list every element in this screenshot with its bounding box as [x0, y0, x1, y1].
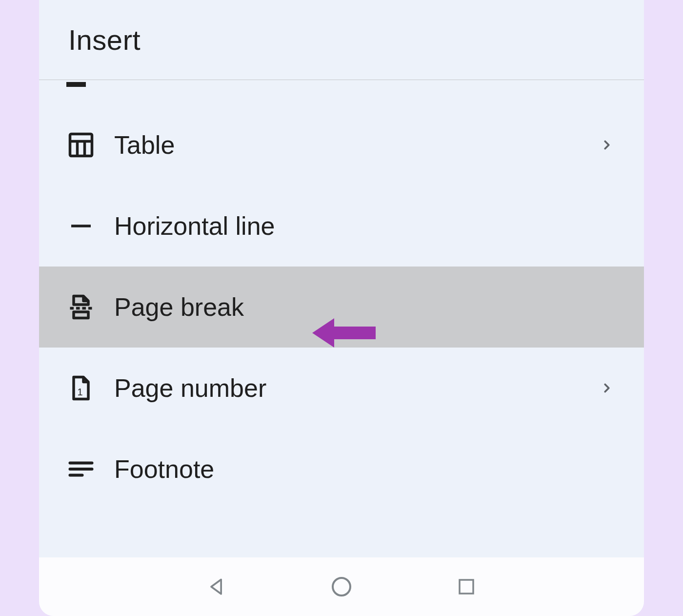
menu-item-label: Page break: [114, 292, 617, 322]
svg-point-16: [333, 578, 350, 595]
partial-icon: [66, 80, 98, 90]
svg-rect-0: [66, 82, 86, 87]
menu-title: Insert: [68, 23, 615, 56]
menu-item-label: Footnote: [114, 454, 617, 484]
menu-item-page-number[interactable]: 1 Page number: [39, 348, 644, 429]
page-number-icon: 1: [66, 373, 114, 403]
chevron-right-icon: [597, 377, 617, 399]
menu-item-footnote[interactable]: Footnote: [39, 429, 644, 510]
page-break-icon: [66, 292, 114, 322]
chevron-right-icon: [597, 134, 617, 156]
svg-text:1: 1: [78, 387, 83, 397]
nav-home-button[interactable]: [328, 573, 355, 600]
menu-item-horizontal-line[interactable]: Horizontal line: [39, 185, 644, 267]
menu-item-label: Horizontal line: [114, 211, 617, 241]
table-icon: [66, 130, 114, 160]
device-frame: Insert Table: [39, 0, 644, 616]
footnote-icon: [66, 454, 114, 484]
svg-marker-15: [211, 579, 221, 594]
menu-item-partial[interactable]: [39, 80, 644, 104]
nav-back-button[interactable]: [203, 573, 230, 600]
menu-item-label: Table: [114, 130, 597, 160]
menu-item-page-break[interactable]: Page break: [39, 267, 644, 348]
menu-list[interactable]: Table Horizontal line: [39, 80, 644, 557]
nav-recents-button[interactable]: [453, 573, 480, 600]
menu-header: Insert: [39, 0, 644, 80]
svg-rect-17: [460, 580, 473, 594]
android-nav-bar: [39, 557, 644, 616]
menu-item-table[interactable]: Table: [39, 104, 644, 185]
menu-item-label: Page number: [114, 373, 597, 403]
horizontal-line-icon: [66, 211, 114, 241]
svg-rect-1: [70, 134, 92, 156]
